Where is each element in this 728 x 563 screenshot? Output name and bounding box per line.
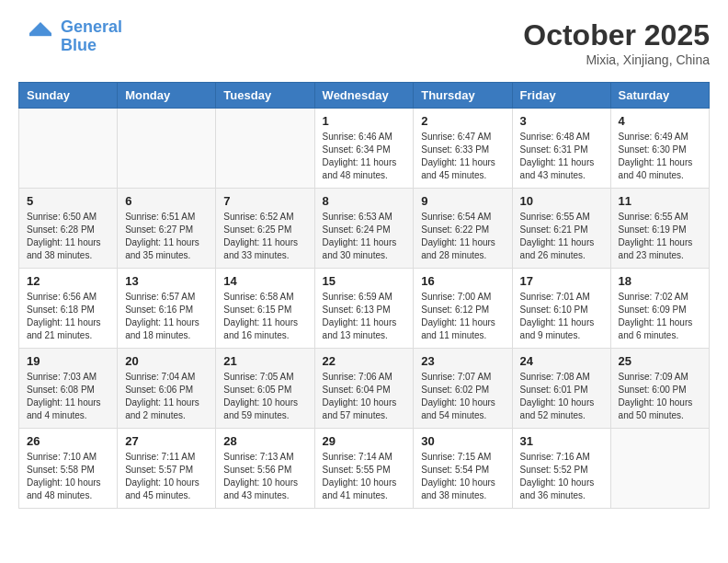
day-info: Sunrise: 6:48 AM Sunset: 6:31 PM Dayligh… — [520, 131, 603, 182]
calendar-cell: 8Sunrise: 6:53 AM Sunset: 6:24 PM Daylig… — [314, 189, 414, 269]
weekday-header-friday: Friday — [512, 83, 610, 109]
day-info: Sunrise: 7:16 AM Sunset: 5:52 PM Dayligh… — [520, 451, 603, 502]
day-number: 9 — [421, 194, 504, 208]
day-number: 17 — [520, 274, 603, 288]
day-number: 15 — [323, 274, 406, 288]
day-number: 16 — [421, 274, 504, 288]
calendar: SundayMondayTuesdayWednesdayThursdayFrid… — [18, 82, 710, 509]
day-number: 12 — [27, 274, 109, 288]
day-info: Sunrise: 6:55 AM Sunset: 6:19 PM Dayligh… — [619, 211, 701, 262]
day-info: Sunrise: 6:49 AM Sunset: 6:30 PM Dayligh… — [619, 131, 701, 182]
weekday-header-saturday: Saturday — [610, 83, 709, 109]
day-number: 23 — [421, 354, 504, 368]
day-info: Sunrise: 7:14 AM Sunset: 5:55 PM Dayligh… — [323, 451, 406, 502]
day-info: Sunrise: 7:04 AM Sunset: 6:06 PM Dayligh… — [125, 371, 208, 422]
day-number: 2 — [421, 114, 504, 128]
calendar-cell — [610, 429, 709, 509]
weekday-header-tuesday: Tuesday — [216, 83, 314, 109]
day-number: 21 — [223, 354, 306, 368]
week-row-1: 1Sunrise: 6:46 AM Sunset: 6:34 PM Daylig… — [19, 109, 710, 189]
day-number: 1 — [323, 114, 406, 128]
calendar-cell — [118, 109, 216, 189]
day-number: 30 — [421, 434, 504, 448]
calendar-cell: 25Sunrise: 7:09 AM Sunset: 6:00 PM Dayli… — [610, 349, 709, 429]
calendar-cell: 31Sunrise: 7:16 AM Sunset: 5:52 PM Dayli… — [512, 429, 610, 509]
calendar-cell: 27Sunrise: 7:11 AM Sunset: 5:57 PM Dayli… — [118, 429, 216, 509]
day-info: Sunrise: 6:59 AM Sunset: 6:13 PM Dayligh… — [323, 291, 406, 342]
day-info: Sunrise: 6:53 AM Sunset: 6:24 PM Dayligh… — [323, 211, 406, 262]
day-info: Sunrise: 6:57 AM Sunset: 6:16 PM Dayligh… — [125, 291, 208, 342]
day-info: Sunrise: 7:07 AM Sunset: 6:02 PM Dayligh… — [421, 371, 504, 422]
day-number: 10 — [520, 194, 603, 208]
day-info: Sunrise: 6:55 AM Sunset: 6:21 PM Dayligh… — [520, 211, 603, 262]
logo-icon — [18, 18, 55, 55]
calendar-cell: 10Sunrise: 6:55 AM Sunset: 6:21 PM Dayli… — [512, 189, 610, 269]
day-number: 19 — [27, 354, 109, 368]
day-info: Sunrise: 6:52 AM Sunset: 6:25 PM Dayligh… — [223, 211, 306, 262]
day-number: 28 — [223, 434, 306, 448]
title-block: October 2025 Mixia, Xinjiang, China — [523, 18, 710, 67]
day-info: Sunrise: 6:50 AM Sunset: 6:28 PM Dayligh… — [27, 211, 109, 262]
day-number: 6 — [125, 194, 208, 208]
weekday-header-row: SundayMondayTuesdayWednesdayThursdayFrid… — [19, 83, 710, 109]
week-row-2: 5Sunrise: 6:50 AM Sunset: 6:28 PM Daylig… — [19, 189, 710, 269]
day-number: 7 — [223, 194, 306, 208]
calendar-cell: 29Sunrise: 7:14 AM Sunset: 5:55 PM Dayli… — [314, 429, 414, 509]
day-number: 20 — [125, 354, 208, 368]
day-number: 26 — [27, 434, 109, 448]
day-number: 22 — [323, 354, 406, 368]
calendar-cell: 11Sunrise: 6:55 AM Sunset: 6:19 PM Dayli… — [610, 189, 709, 269]
day-info: Sunrise: 6:46 AM Sunset: 6:34 PM Dayligh… — [323, 131, 406, 182]
day-info: Sunrise: 7:01 AM Sunset: 6:10 PM Dayligh… — [520, 291, 603, 342]
svg-marker-0 — [29, 22, 51, 33]
calendar-cell: 24Sunrise: 7:08 AM Sunset: 6:01 PM Dayli… — [512, 349, 610, 429]
day-number: 13 — [125, 274, 208, 288]
calendar-cell: 5Sunrise: 6:50 AM Sunset: 6:28 PM Daylig… — [19, 189, 118, 269]
day-info: Sunrise: 7:02 AM Sunset: 6:09 PM Dayligh… — [619, 291, 701, 342]
day-info: Sunrise: 6:51 AM Sunset: 6:27 PM Dayligh… — [125, 211, 208, 262]
calendar-cell: 3Sunrise: 6:48 AM Sunset: 6:31 PM Daylig… — [512, 109, 610, 189]
week-row-4: 19Sunrise: 7:03 AM Sunset: 6:08 PM Dayli… — [19, 349, 710, 429]
calendar-cell — [19, 109, 118, 189]
day-info: Sunrise: 7:11 AM Sunset: 5:57 PM Dayligh… — [125, 451, 208, 502]
day-info: Sunrise: 6:58 AM Sunset: 6:15 PM Dayligh… — [223, 291, 306, 342]
day-info: Sunrise: 6:56 AM Sunset: 6:18 PM Dayligh… — [27, 291, 109, 342]
calendar-cell: 17Sunrise: 7:01 AM Sunset: 6:10 PM Dayli… — [512, 269, 610, 349]
calendar-cell: 4Sunrise: 6:49 AM Sunset: 6:30 PM Daylig… — [610, 109, 709, 189]
day-number: 8 — [323, 194, 406, 208]
weekday-header-sunday: Sunday — [19, 83, 118, 109]
day-info: Sunrise: 7:10 AM Sunset: 5:58 PM Dayligh… — [27, 451, 109, 502]
day-number: 4 — [619, 114, 701, 128]
week-row-5: 26Sunrise: 7:10 AM Sunset: 5:58 PM Dayli… — [19, 429, 710, 509]
day-number: 27 — [125, 434, 208, 448]
calendar-cell: 2Sunrise: 6:47 AM Sunset: 6:33 PM Daylig… — [414, 109, 512, 189]
calendar-cell: 15Sunrise: 6:59 AM Sunset: 6:13 PM Dayli… — [314, 269, 414, 349]
day-info: Sunrise: 7:03 AM Sunset: 6:08 PM Dayligh… — [27, 371, 109, 422]
day-info: Sunrise: 7:05 AM Sunset: 6:05 PM Dayligh… — [223, 371, 306, 422]
calendar-cell: 22Sunrise: 7:06 AM Sunset: 6:04 PM Dayli… — [314, 349, 414, 429]
day-number: 29 — [323, 434, 406, 448]
day-number: 14 — [223, 274, 306, 288]
calendar-cell: 12Sunrise: 6:56 AM Sunset: 6:18 PM Dayli… — [19, 269, 118, 349]
day-info: Sunrise: 6:47 AM Sunset: 6:33 PM Dayligh… — [421, 131, 504, 182]
calendar-cell: 6Sunrise: 6:51 AM Sunset: 6:27 PM Daylig… — [118, 189, 216, 269]
logo-text: General Blue — [61, 18, 122, 55]
page-header: General Blue October 2025 Mixia, Xinjian… — [18, 18, 710, 67]
calendar-cell: 26Sunrise: 7:10 AM Sunset: 5:58 PM Dayli… — [19, 429, 118, 509]
calendar-cell: 9Sunrise: 6:54 AM Sunset: 6:22 PM Daylig… — [414, 189, 512, 269]
day-number: 31 — [520, 434, 603, 448]
week-row-3: 12Sunrise: 6:56 AM Sunset: 6:18 PM Dayli… — [19, 269, 710, 349]
calendar-cell: 16Sunrise: 7:00 AM Sunset: 6:12 PM Dayli… — [414, 269, 512, 349]
svg-rect-1 — [29, 33, 51, 36]
logo: General Blue — [18, 18, 122, 55]
day-number: 11 — [619, 194, 701, 208]
logo-line2: Blue — [61, 36, 97, 54]
logo-line1: General — [61, 17, 122, 36]
calendar-cell: 30Sunrise: 7:15 AM Sunset: 5:54 PM Dayli… — [414, 429, 512, 509]
weekday-header-wednesday: Wednesday — [314, 83, 414, 109]
calendar-cell — [216, 109, 314, 189]
calendar-cell: 28Sunrise: 7:13 AM Sunset: 5:56 PM Dayli… — [216, 429, 314, 509]
day-number: 5 — [27, 194, 109, 208]
location: Mixia, Xinjiang, China — [523, 52, 710, 67]
calendar-cell: 7Sunrise: 6:52 AM Sunset: 6:25 PM Daylig… — [216, 189, 314, 269]
